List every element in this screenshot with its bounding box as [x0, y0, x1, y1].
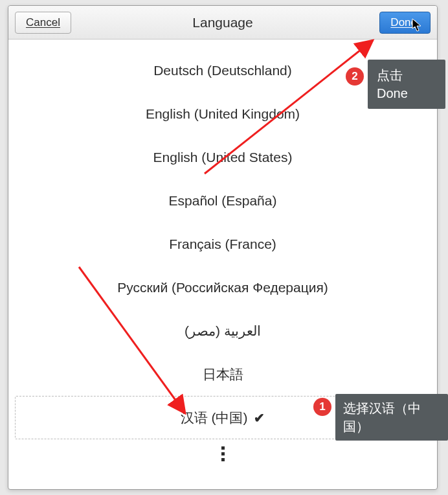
language-item[interactable]: Français (France) — [15, 222, 431, 266]
annotation-text: 点击 — [377, 66, 436, 84]
annotation-text: Done — [377, 84, 436, 102]
language-item[interactable]: العربية (مصر) — [15, 309, 431, 352]
language-label: Deutsch (Deutschland) — [153, 63, 292, 78]
language-label: 汉语 (中国) — [181, 409, 248, 427]
titlebar: Cancel Language Done — [8, 6, 437, 40]
language-label: Français (France) — [169, 236, 276, 252]
annotation-box-1: 选择汉语（中国） — [335, 394, 448, 441]
language-label: 日本語 — [203, 365, 243, 384]
check-icon: ✔ — [254, 410, 265, 426]
language-label: Español (España) — [169, 193, 277, 209]
language-label: English (United Kingdom) — [146, 106, 300, 122]
annotation-badge-2: 2 — [346, 67, 364, 86]
dialog-title: Language — [192, 15, 252, 30]
annotation-badge-1: 1 — [313, 398, 331, 416]
more-button[interactable] — [15, 439, 431, 468]
more-icon — [221, 446, 225, 461]
annotation-text: 选择汉语（中国） — [343, 401, 421, 433]
cursor-icon — [412, 18, 423, 36]
language-item[interactable]: Español (España) — [15, 179, 431, 222]
cancel-button[interactable]: Cancel — [15, 12, 71, 34]
language-item[interactable]: Русский (Российская Федерация) — [15, 266, 431, 309]
language-label: Русский (Российская Федерация) — [117, 280, 328, 295]
annotation-box-2: 点击 Done — [368, 60, 445, 109]
language-label: العربية (مصر) — [185, 323, 261, 339]
language-item[interactable]: 日本語 — [15, 352, 431, 396]
language-item[interactable]: English (United States) — [15, 135, 431, 179]
language-label: English (United States) — [153, 150, 293, 165]
